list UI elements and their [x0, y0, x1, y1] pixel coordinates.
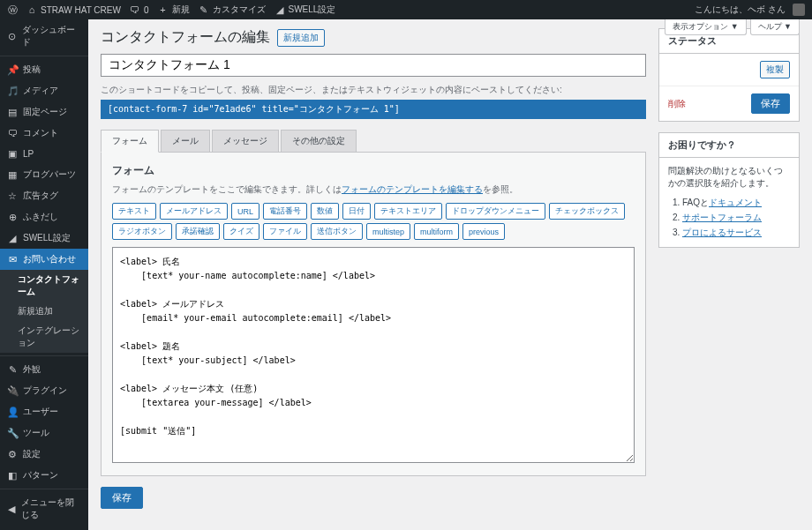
- parts-icon: ▦: [7, 169, 18, 181]
- tag-button[interactable]: URL: [231, 203, 259, 220]
- menu-settings[interactable]: ⚙設定: [0, 444, 88, 465]
- tag-button[interactable]: multistep: [366, 223, 410, 240]
- menu-pages[interactable]: ▤固定ページ: [0, 101, 88, 123]
- menu-swell[interactable]: ◢SWELL設定: [0, 228, 88, 249]
- submenu-integration[interactable]: インテグレーション: [0, 321, 88, 353]
- swell-icon: ◢: [274, 4, 285, 16]
- screen-options-tab[interactable]: 表示オプション ▼: [665, 19, 746, 35]
- tab-mail[interactable]: メール: [161, 130, 210, 152]
- form-title-input[interactable]: [101, 54, 646, 77]
- admin-bar: ⓦ ⌂STRAW HAT CREW 🗨0 +新規 ✎カスタマイズ ◢SWELL設…: [0, 0, 812, 19]
- menu-appearance[interactable]: ✎外観: [0, 359, 88, 380]
- home-icon: ⌂: [26, 4, 37, 15]
- tag-button[interactable]: メールアドレス: [160, 203, 228, 220]
- plus-icon: +: [158, 4, 169, 15]
- tag-button[interactable]: previous: [462, 223, 505, 240]
- admin-footer: WordPress のご利用ありがとうございます。 バージョン 6.6.2: [101, 526, 646, 530]
- swell-icon: ◢: [7, 233, 18, 244]
- user-greeting[interactable]: こんにちは、ヘボ さん: [695, 4, 805, 16]
- user-icon: 👤: [7, 407, 18, 418]
- collapse-icon: ◀: [7, 504, 16, 515]
- add-new-button[interactable]: 新規追加: [277, 29, 325, 47]
- panel-heading: フォーム: [112, 163, 635, 178]
- admin-bar-right: こんにちは、ヘボ さん: [695, 4, 805, 16]
- admin-sidebar: ⊙ダッシュボード 📌投稿 🎵メディア ▤固定ページ 🗨コメント ▣LP ▦ブログ…: [0, 19, 88, 530]
- form-panel: フォーム フォームのテンプレートをここで編集できます。詳しくはフォームのテンプレ…: [101, 153, 646, 476]
- status-postbox: ステータス 複製 削除 保存: [658, 28, 800, 122]
- help-tab[interactable]: ヘルプ ▼: [750, 19, 800, 35]
- menu-patterns[interactable]: ◧パターン: [0, 465, 88, 486]
- menu-fukidashi[interactable]: ⊕ふきだし: [0, 206, 88, 228]
- admin-bar-left: ⓦ ⌂STRAW HAT CREW 🗨0 +新規 ✎カスタマイズ ◢SWELL設…: [7, 4, 335, 17]
- tag-button[interactable]: ラジオボタン: [112, 223, 172, 240]
- tag-button[interactable]: ファイル: [263, 223, 307, 240]
- tag-button[interactable]: 承諾確認: [176, 223, 220, 240]
- tag-button[interactable]: テキストエリア: [374, 203, 442, 220]
- tab-form[interactable]: フォーム: [101, 130, 159, 153]
- pin-icon: 📌: [7, 64, 18, 76]
- customize[interactable]: ✎カスタマイズ: [199, 4, 266, 16]
- submenu-add-new[interactable]: 新規追加: [0, 302, 88, 321]
- tag-button[interactable]: 日付: [342, 203, 371, 220]
- menu-blog-parts[interactable]: ▦ブログパーツ: [0, 164, 88, 185]
- tag-button[interactable]: 送信ボタン: [311, 223, 363, 240]
- content: 表示オプション ▼ ヘルプ ▼ コンタクトフォームの編集 新規追加 このショート…: [88, 19, 812, 530]
- help-link-forum: サポートフォーラム: [682, 210, 790, 225]
- template-help-link[interactable]: フォームのテンプレートを編集する: [342, 184, 483, 194]
- tag-button[interactable]: 数値: [311, 203, 339, 220]
- help-link-pro: プロによるサービス: [682, 225, 790, 240]
- menu-media[interactable]: 🎵メディア: [0, 80, 88, 101]
- plug-icon: 🔌: [7, 385, 18, 397]
- page-title: コンタクトフォームの編集: [101, 28, 270, 47]
- tab-other[interactable]: その他の設定: [281, 130, 357, 152]
- comment-icon: 🗨: [130, 4, 140, 15]
- swell-settings[interactable]: ◢SWELL設定: [274, 4, 336, 16]
- menu-contact[interactable]: ✉お問い合わせ: [0, 249, 88, 270]
- brush-icon: ✎: [199, 4, 209, 16]
- panel-description: フォームのテンプレートをここで編集できます。詳しくはフォームのテンプレートを編集…: [112, 183, 635, 196]
- new-content[interactable]: +新規: [158, 4, 190, 16]
- tab-messages[interactable]: メッセージ: [212, 130, 279, 152]
- menu-ad-tag[interactable]: ☆広告タグ: [0, 185, 88, 206]
- brush-icon: ✎: [7, 364, 18, 376]
- bubble-icon: ⊕: [7, 212, 18, 223]
- tag-button[interactable]: テキスト: [112, 203, 156, 220]
- delete-link[interactable]: 削除: [668, 98, 686, 110]
- menu-users[interactable]: 👤ユーザー: [0, 401, 88, 422]
- help-description: 問題解決の助けとなるいくつかの選択肢を紹介します。: [668, 165, 790, 190]
- comment-icon: 🗨: [7, 128, 18, 138]
- submenu-contact-forms[interactable]: コンタクトフォーム: [0, 270, 88, 302]
- wordpress-icon: ⓦ: [7, 4, 18, 17]
- save-button[interactable]: 保存: [101, 487, 143, 509]
- menu-dashboard[interactable]: ⊙ダッシュボード: [0, 19, 88, 53]
- media-icon: 🎵: [7, 86, 18, 97]
- wp-logo[interactable]: ⓦ: [7, 4, 18, 17]
- menu-tools[interactable]: 🔧ツール: [0, 422, 88, 444]
- menu-comments[interactable]: 🗨コメント: [0, 123, 88, 144]
- tag-button[interactable]: ドロップダウンメニュー: [446, 203, 545, 220]
- wrench-icon: 🔧: [7, 428, 18, 439]
- comments-count[interactable]: 🗨0: [130, 4, 149, 15]
- menu-lp[interactable]: ▣LP: [0, 144, 88, 164]
- shortcode-description: このショートコードをコピーして、投稿、固定ページ、またはテキストウィジェットの内…: [101, 84, 646, 96]
- pattern-icon: ◧: [7, 470, 18, 481]
- site-name[interactable]: ⌂STRAW HAT CREW: [26, 4, 121, 15]
- main-column: コンタクトフォームの編集 新規追加 このショートコードをコピーして、投稿、固定ペ…: [101, 28, 646, 521]
- gear-icon: ⚙: [7, 449, 18, 460]
- tag-button[interactable]: クイズ: [223, 223, 259, 240]
- dashboard-icon: ⊙: [7, 31, 17, 42]
- copy-button[interactable]: 複製: [760, 61, 790, 78]
- menu-posts[interactable]: 📌投稿: [0, 59, 88, 80]
- mail-icon: ✉: [7, 254, 18, 265]
- shortcode-text[interactable]: [contact-form-7 id="7e1ade6" title="コンタク…: [101, 100, 646, 119]
- tag-button[interactable]: 電話番号: [263, 203, 307, 220]
- ad-icon: ☆: [7, 190, 18, 202]
- tag-button[interactable]: チェックボックス: [549, 203, 625, 220]
- tag-button[interactable]: multiform: [414, 223, 459, 240]
- menu-collapse[interactable]: ◀メニューを閉じる: [0, 492, 88, 526]
- side-save-button[interactable]: 保存: [751, 93, 790, 114]
- submenu-contact: コンタクトフォーム 新規追加 インテグレーション: [0, 270, 88, 353]
- form-template-textarea[interactable]: [112, 247, 635, 463]
- page-icon: ▤: [7, 107, 18, 118]
- menu-plugins[interactable]: 🔌プラグイン: [0, 380, 88, 401]
